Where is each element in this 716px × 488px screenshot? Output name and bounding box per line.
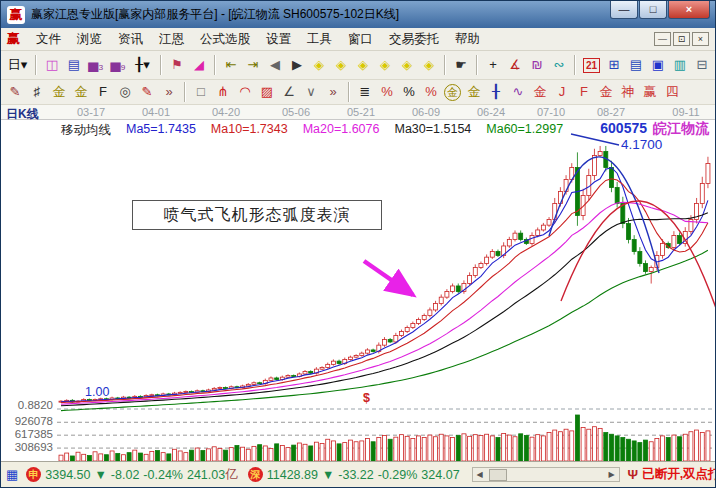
more-draw-icon[interactable]: » [322,82,344,102]
menu-item[interactable]: 浏览 [69,29,110,50]
window-controls: — □ × [609,1,710,19]
expand-width-icon[interactable]: ◈ [396,55,418,75]
compress-right-icon[interactable]: ◈ [374,55,396,75]
grid-tool-icon[interactable]: ♯ [26,82,48,102]
candle-brush-icon[interactable]: ╂ [485,82,507,102]
menu-item[interactable]: 资讯 [110,29,151,50]
toolbar-main: 日▾◫▤▅₃▅₉╂▾⚑◢⇤⇥◀▶◈◈◈◈◈◈☛+∡₪∾21⊞▤▣▥⊟ [1,51,715,80]
gold-circle-icon[interactable]: 金 [444,84,461,101]
angle-line-icon[interactable]: ∠ [278,82,300,102]
prev-page-icon[interactable]: ◀ [264,55,286,75]
candle-style-icon[interactable]: ╂▾ [129,55,156,75]
menu-item[interactable]: 交易委托 [381,29,447,50]
draw-pen-icon[interactable]: ✎ [4,82,26,102]
sz-index-value: 11428.89 [267,468,318,482]
j-angle-icon[interactable]: J [551,82,573,102]
percent-lines-icon[interactable]: % [420,82,442,102]
ma-legend-item: Ma30=1.5154 [394,122,471,139]
toolbar-drawing: ✎♯金金F◎✎»□⋔◠▨∠∨»≣%%%金金╂∿金JF金神赢四 [1,80,715,105]
zigzag-icon[interactable]: ∨ [300,82,322,102]
wave-tool-icon[interactable]: ∾ [548,55,570,75]
print-icon[interactable]: ⊟ [691,55,713,75]
shen-angle-icon[interactable]: 神 [617,82,639,102]
volume-bars-3-icon[interactable]: ▅₃ [85,55,107,75]
annotation-text-box[interactable]: 喷气式飞机形态弧度表演 [132,200,382,230]
menu-item[interactable]: 工具 [299,29,340,50]
quote-list-icon[interactable]: ▤ [625,55,647,75]
sh-down-arrow-icon: ▼ [94,468,106,482]
horizontal-scrollbar[interactable]: ◀ ▶ [472,467,620,482]
arc-tool-icon[interactable]: ◠ [234,82,256,102]
more-tools-icon[interactable]: » [158,82,180,102]
percent-retrace-icon[interactable]: % [376,82,398,102]
gold-angle-icon[interactable]: 金 [595,82,617,102]
measure-icon[interactable]: ≣ [354,82,376,102]
four-angle-icon[interactable]: 四 [661,82,683,102]
connection-status-text[interactable]: 已断开,双点打开. [642,466,716,483]
win-angle-icon[interactable]: 赢 [639,82,661,102]
save-icon[interactable]: ▣ [647,55,669,75]
menu-item[interactable]: 江恩 [151,29,192,50]
sz-index-change: -33.22 [338,468,373,482]
menu-item[interactable]: 帮助 [447,29,488,50]
gold-trend-icon[interactable]: 金 [529,82,551,102]
date-tick: 08-27 [591,106,631,118]
menu-item[interactable]: 公式选股 [192,29,258,50]
date-tick: 03-17 [71,106,111,118]
scroll-right-icon[interactable]: ▶ [605,468,619,481]
mdi-restore-button[interactable]: ⊡ [673,32,690,46]
board-icon[interactable]: ▦ [6,467,18,482]
percent-icon[interactable]: % [398,82,420,102]
last-page-icon[interactable]: ⇥ [242,55,264,75]
kline-chart-canvas[interactable] [1,104,716,463]
scroll-left-icon[interactable]: ◀ [473,468,487,481]
brush-pen-icon[interactable]: ✎ [136,82,158,102]
sh-turnover-unit: 亿 [225,466,238,483]
spiral-tool-icon[interactable]: ◎ [114,82,136,102]
compress-left-icon[interactable]: ◈ [352,55,374,75]
kline-period-icon[interactable]: 日▾ [4,55,31,75]
hand-drag-icon[interactable]: ☛ [450,55,472,75]
menu-item[interactable]: 设置 [258,29,299,50]
f-angle-icon[interactable]: F [573,82,595,102]
full-view-icon[interactable]: ◈ [418,55,440,75]
gold-lines-icon[interactable]: 金 [463,82,485,102]
gold-grid-2-icon[interactable]: 金 [70,82,92,102]
gold-grid-icon[interactable]: 金 [48,82,70,102]
maximize-button[interactable]: □ [639,1,667,19]
menu-bar: 赢 文件浏览资讯江恩公式选股设置工具窗口交易委托帮助 — ⊡ × [1,28,715,51]
f-grid-icon[interactable]: F [92,82,114,102]
tile-windows-icon[interactable]: ◫ [41,55,63,75]
minimize-button[interactable]: — [610,1,638,19]
send-window-icon[interactable]: ▥ [669,55,691,75]
first-page-icon[interactable]: ⇤ [220,55,242,75]
scrollbar-thumb[interactable] [489,469,507,481]
rect-tool-icon[interactable]: □ [190,82,212,102]
menu-item[interactable]: 文件 [28,29,69,50]
color-chart-icon[interactable]: ◢ [188,55,210,75]
gann-tools-icon[interactable]: ₪ [526,55,548,75]
w-pattern-icon[interactable]: ∿ [507,82,529,102]
close-button[interactable]: × [668,1,710,19]
date-tick: 06-09 [406,106,446,118]
gann-fan-icon[interactable]: ⋔ [212,82,234,102]
zoom-in-diamond-icon[interactable]: ◈ [330,55,352,75]
angle-measure-icon[interactable]: ∡ [504,55,526,75]
volume-bars-9-icon[interactable]: ▅₉ [107,55,129,75]
next-page-icon[interactable]: ▶ [286,55,308,75]
menu-item[interactable]: 窗口 [340,29,381,50]
info-panel-icon[interactable]: ▤ [63,55,85,75]
calendar-icon[interactable]: 21 [583,58,600,73]
volume-axis-label: 926078 [5,415,53,427]
gann-box-icon[interactable]: ▨ [256,82,278,102]
ma-legend-item: Ma5=1.7435 [126,122,196,139]
zoom-out-diamond-icon[interactable]: ◈ [308,55,330,75]
mdi-minimize-button[interactable]: — [654,32,671,46]
title-bar: 赢 赢家江恩专业版[赢家内部服务平台] - [皖江物流 SH600575-102… [1,1,715,28]
mdi-close-button[interactable]: × [692,32,709,46]
connection-antenna-icon: Ψ [628,467,639,482]
crosshair-icon[interactable]: + [482,55,504,75]
stock-flag-icon[interactable]: ⚑ [166,55,188,75]
shanghai-badge-icon: 申 [26,467,41,482]
calculator-icon[interactable]: ⊞ [603,55,625,75]
